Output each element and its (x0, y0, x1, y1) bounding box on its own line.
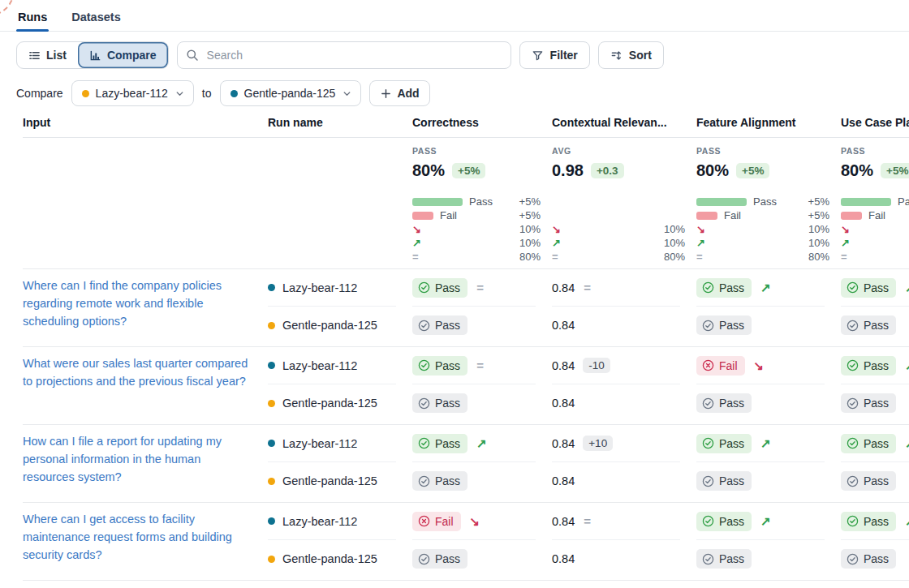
run-name: Gentle-panda-125 (282, 474, 377, 487)
run-name: Gentle-panda-125 (282, 552, 377, 565)
search-input[interactable] (205, 48, 502, 62)
run-name: Gentle-panda-125 (282, 319, 377, 332)
legend-down-value: 10% (808, 223, 829, 235)
run-name: Lazy-bear-112 (282, 515, 357, 528)
toolbar: List Compare Filter Sort (16, 41, 893, 69)
legend-fail-label: Fail (724, 209, 741, 221)
contextual-relevance-cell: 0.84 (552, 581, 680, 588)
legend-pass-bar (412, 198, 463, 206)
sort-button[interactable]: Sort (598, 41, 664, 69)
tab-runs[interactable]: Runs (16, 9, 49, 31)
feature-alignment-cell: Pass (696, 540, 825, 577)
check-circle-icon (847, 475, 859, 487)
feature-alignment-cell: Pass↗ (696, 269, 825, 307)
column-header-contextual-relevance: Contextual Relevan... (552, 116, 696, 129)
trend-equal: = (476, 281, 484, 294)
trend-up: ↗ (476, 436, 487, 451)
trend-equal-icon: = (841, 251, 847, 263)
stat-label: PASS (412, 146, 541, 156)
fail-badge: Fail (696, 356, 745, 376)
summary-value: 80% (412, 161, 445, 180)
pass-badge: Pass (696, 434, 752, 453)
compare-bar: Compare Lazy-bear-112 to Gentle-panda-12… (16, 80, 893, 106)
run-dot (268, 362, 275, 369)
check-circle-icon (702, 475, 714, 487)
pass-badge: Pass (841, 393, 896, 413)
pass-badge: Pass (841, 434, 896, 453)
contextual-relevance-cell: 0.84= (552, 503, 680, 540)
fail-badge: Fail (412, 512, 461, 531)
pass-badge: Pass (841, 549, 896, 569)
run-name-cell: Gentle-panda-125 (268, 384, 396, 422)
input-question-link[interactable]: Where can I get access to facility maint… (23, 513, 232, 561)
check-circle-icon (702, 281, 714, 294)
stat-label: AVG (552, 146, 685, 156)
legend-down-value: 10% (519, 223, 541, 235)
summary-legend: Pass+5% Fail+5% ↘10% ↗10% =80% (841, 195, 909, 264)
pass-badge: Pass (412, 549, 467, 569)
column-header-input: Input (23, 116, 268, 129)
legend-pass-value: +5% (808, 195, 829, 208)
column-header-correctness: Correctness (412, 116, 552, 129)
contextual-relevance-cell: 0.84-10 (552, 347, 680, 384)
use-case-cell: Pass (841, 462, 909, 500)
run-a-dropdown[interactable]: Lazy-bear-112 (71, 80, 194, 106)
contextual-relevance-cell: 0.84 (552, 384, 680, 422)
delta-chip: -10 (583, 358, 610, 373)
to-label: to (202, 87, 212, 100)
feature-alignment-cell: Pass↗ (696, 503, 825, 540)
pass-badge: Pass (412, 471, 467, 491)
check-circle-icon (847, 281, 859, 294)
trend-equal-icon: = (412, 251, 419, 263)
trend-up-icon: ↗ (412, 237, 421, 249)
trend-up-icon: ↗ (552, 237, 561, 249)
contextual-relevance-cell: 0.84 (552, 307, 680, 344)
legend-fail-value: +5% (808, 209, 829, 221)
correctness-cell: Pass= (412, 347, 536, 384)
list-icon (28, 49, 41, 62)
check-circle-icon (702, 437, 714, 449)
tab-datasets[interactable]: Datasets (70, 9, 122, 31)
run-name: Lazy-bear-112 (282, 437, 357, 450)
summary-legend: Pass+5% Fail+5% ↘10% ↗10% =80% (412, 195, 541, 264)
run-a-name: Lazy-bear-112 (96, 87, 168, 100)
run-name-cell: Lazy-bear-112 (268, 425, 396, 462)
run-name-cell: Lazy-bear-112 (268, 269, 396, 307)
legend-fail-bar (841, 212, 862, 220)
use-case-cell: Pass (841, 384, 909, 422)
feature-alignment-cell: Pass (696, 462, 825, 500)
add-run-button[interactable]: Add (369, 80, 429, 106)
input-question-link[interactable]: Where can I find the company policies re… (23, 279, 222, 328)
column-header-use-case: Use Case Pla (841, 116, 909, 129)
input-question-link[interactable]: What were our sales last quarter compare… (23, 357, 248, 388)
legend-up-value: 10% (808, 237, 829, 249)
run-name-cell: Gentle-panda-125 (268, 462, 396, 500)
legend-fail-bar (412, 212, 433, 220)
chevron-down-icon (342, 88, 352, 99)
filter-button[interactable]: Filter (519, 41, 590, 69)
legend-fail-label: Fail (440, 209, 457, 221)
input-cell: How can I file a report for updating my … (23, 425, 268, 500)
use-case-cell: Pass (841, 540, 909, 577)
check-circle-icon (847, 437, 859, 449)
input-question-link[interactable]: How can I file a report for updating my … (23, 435, 222, 483)
summary-feature-alignment: PASS 80% +5% Pass+5% Fail+5% ↘10% ↗10% =… (696, 138, 841, 264)
legend-pass-value: +5% (519, 195, 541, 208)
summary-value: 80% (696, 161, 729, 180)
compare-label: Compare (16, 87, 63, 100)
legend-pass-bar (696, 198, 747, 206)
legend-pass-label: Pass (898, 195, 909, 208)
run-name-cell: Gentle-panda-125 (268, 540, 396, 577)
correctness-cell: Pass (412, 581, 536, 588)
comparison-table: Input Run name Correctness Contextual Re… (0, 116, 909, 588)
run-b-dropdown[interactable]: Gentle-panda-125 (220, 80, 362, 106)
list-view-button[interactable]: List (17, 42, 78, 68)
compare-view-button[interactable]: Compare (78, 42, 168, 68)
feature-alignment-cell: Fail↘ (696, 347, 825, 384)
pass-badge: Pass (841, 315, 896, 335)
run-name-cell: Lazy-bear-112 (268, 503, 396, 540)
run-b-dot (230, 90, 238, 97)
bar-chart-icon (89, 49, 101, 62)
table-row-group: Where can I find the company directory w… (23, 580, 909, 588)
trend-equal-icon: = (552, 251, 558, 263)
